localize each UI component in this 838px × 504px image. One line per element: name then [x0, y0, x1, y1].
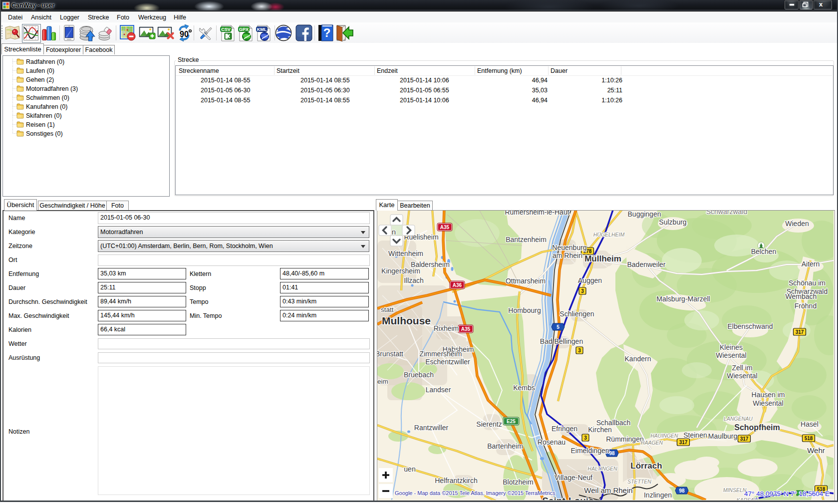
svg-text:Rantzwiller: Rantzwiller [414, 424, 449, 432]
svg-text:Schliengen: Schliengen [559, 310, 594, 318]
svg-text:STETTEN: STETTEN [627, 479, 651, 485]
svg-text:Schönau im: Schönau im [789, 279, 826, 287]
svg-text:Auggen: Auggen [578, 276, 602, 284]
svg-text:317: 317 [679, 440, 688, 445]
svg-text:2015-01-14 08-55: 2015-01-14 08-55 [201, 97, 250, 104]
svg-text:317: 317 [740, 436, 749, 442]
svg-text:2015-01-14 08-55: 2015-01-14 08-55 [201, 77, 250, 84]
svg-text:Belchen: Belchen [751, 248, 777, 255]
svg-text:Hombourg: Hombourg [508, 306, 541, 314]
svg-text:Schallbach: Schallbach [596, 419, 631, 427]
svg-text:Mulhouse: Mulhouse [382, 315, 431, 326]
svg-text:Wiesental: Wiesental [753, 399, 783, 407]
svg-text:98: 98 [609, 451, 615, 456]
svg-text:Lörrach: Lörrach [630, 461, 662, 471]
svg-text:Elbenschwand: Elbenschwand [727, 322, 773, 330]
svg-text:Bruebach: Bruebach [404, 371, 434, 379]
svg-text:Wiesental: Wiesental [716, 351, 746, 359]
svg-text:Rümmingen: Rümmingen [606, 435, 643, 443]
svg-text:E25: E25 [507, 419, 516, 424]
svg-text:Eschentzwiller: Eschentzwiller [425, 358, 470, 366]
svg-text:2015-01-05 06-30: 2015-01-05 06-30 [201, 87, 250, 94]
svg-text:Motorradfahren (3): Motorradfahren (3) [26, 85, 78, 92]
svg-text:Müllheim: Müllheim [584, 254, 621, 263]
svg-text:Brunstatt: Brunstatt [377, 350, 403, 358]
svg-text:KML: KML [257, 27, 267, 32]
svg-text:Streckenname: Streckenname [179, 67, 219, 74]
svg-text:Wittenheim: Wittenheim [388, 250, 423, 257]
svg-text:Buggingen: Buggingen [628, 211, 661, 218]
svg-text:Hausen im: Hausen im [752, 391, 785, 399]
svg-text:1:10:26: 1:10:26 [601, 97, 622, 104]
svg-text:Weil am Rhein: Weil am Rhein [584, 486, 632, 495]
svg-text:Helfrantzkirch: Helfrantzkirch [435, 477, 478, 485]
svg-text:Village-Neuf: Village-Neuf [555, 474, 592, 482]
svg-text:A36: A36 [453, 282, 462, 288]
svg-text:Malsburg-Marzell: Malsburg-Marzell [656, 295, 710, 303]
svg-text:Wehr: Wehr [807, 446, 825, 455]
svg-text:A35: A35 [440, 225, 450, 230]
svg-text:Badenweiler: Badenweiler [627, 260, 665, 268]
svg-text:Maulburg: Maulburg [708, 432, 737, 440]
svg-text:Rumersheim-le-Haut: Rumersheim-le-Haut [505, 211, 569, 216]
svg-text:eim: eim [377, 378, 388, 385]
svg-text:HALTINGEN: HALTINGEN [587, 466, 617, 472]
svg-text:Schwarzwald: Schwarzwald [706, 211, 747, 216]
svg-text:Schopfheim: Schopfheim [734, 423, 780, 432]
svg-text:2015-01-14 10:06: 2015-01-14 10:06 [400, 77, 449, 84]
svg-text:Sonstiges (0): Sonstiges (0) [26, 130, 63, 137]
svg-text:35,03: 35,03 [532, 87, 548, 94]
svg-text:2015-01-14 10:06: 2015-01-14 10:06 [400, 97, 449, 104]
svg-text:5: 5 [557, 324, 559, 330]
svg-text:25:11: 25:11 [607, 87, 622, 94]
svg-text:Eimeldingen: Eimeldingen [570, 447, 609, 455]
svg-text:98: 98 [679, 488, 685, 494]
svg-text:?: ? [323, 26, 331, 39]
svg-text:Entfernung (km): Entfernung (km) [477, 67, 522, 74]
svg-text:Endzeit: Endzeit [377, 67, 398, 74]
svg-text:Blotzheim: Blotzheim [503, 478, 533, 486]
svg-text:HAAGEN: HAAGEN [641, 440, 663, 446]
svg-text:3: 3 [578, 348, 581, 353]
svg-text:Reisen (1): Reisen (1) [26, 121, 55, 128]
svg-text:HÜGELHEIM: HÜGELHEIM [593, 232, 625, 238]
svg-text:am Rhein: am Rhein [553, 252, 582, 259]
svg-text:2015-01-14 08:55: 2015-01-14 08:55 [300, 77, 350, 84]
svg-text:Landser: Landser [426, 386, 451, 394]
svg-text:MINSELN: MINSELN [723, 487, 747, 493]
svg-text:Wieden: Wieden [785, 220, 809, 228]
svg-text:46,94: 46,94 [532, 97, 548, 104]
svg-text:Baldersheim: Baldersheim [411, 260, 450, 268]
svg-text:statt: statt [381, 306, 394, 313]
svg-text:Efringen: Efringen [552, 425, 577, 433]
svg-text:Skifahren (0): Skifahren (0) [26, 112, 62, 119]
svg-text:Kembs: Kembs [513, 384, 535, 392]
svg-text:317: 317 [796, 329, 804, 335]
svg-text:Inzlingen: Inzlingen [644, 491, 672, 499]
svg-text:A35: A35 [461, 326, 471, 332]
svg-text:Rosenau: Rosenau [538, 438, 565, 446]
svg-text:90: 90 [180, 30, 189, 38]
svg-text:Rixheim: Rixheim [434, 324, 459, 332]
svg-text:CSV: CSV [221, 27, 231, 32]
svg-text:Bantzenheim: Bantzenheim [506, 236, 547, 244]
svg-text:Hasel: Hasel [801, 420, 819, 428]
svg-text:Gehen (2): Gehen (2) [26, 76, 54, 83]
svg-text:2015-01-05 06:55: 2015-01-05 06:55 [400, 87, 449, 94]
svg-text:Kanufahren (0): Kanufahren (0) [26, 103, 67, 110]
svg-text:Wembach: Wembach [786, 292, 817, 300]
svg-text:Zimmersheim: Zimmersheim [420, 350, 462, 358]
svg-text:Wiesental: Wiesental [727, 372, 757, 380]
svg-text:2015-01-05 06:30: 2015-01-05 06:30 [300, 87, 350, 94]
svg-text:518: 518 [805, 436, 813, 441]
svg-text:Schwimmen (0): Schwimmen (0) [26, 94, 69, 101]
svg-text:3: 3 [581, 288, 584, 294]
svg-text:LANGENAU: LANGENAU [724, 416, 753, 422]
svg-text:Zell im: Zell im [732, 364, 752, 372]
svg-text:Steinen: Steinen [683, 431, 707, 439]
svg-text:uen: uen [404, 465, 415, 473]
svg-text:Ottmarsheim: Ottmarsheim [506, 277, 546, 285]
svg-text:Bartenheim: Bartenheim [487, 442, 523, 450]
svg-text:Sierentz: Sierentz [476, 420, 502, 428]
svg-text:Kandern: Kandern [625, 355, 651, 363]
